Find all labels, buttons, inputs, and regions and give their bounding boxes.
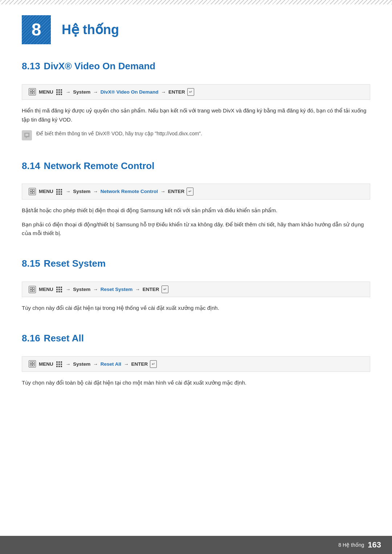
enter-label-8-16: ENTER — [131, 360, 148, 368]
arrow3-8-16: → — [124, 360, 129, 368]
item2-8-15: Reset System — [101, 286, 133, 294]
item2-8-14: Network Remote Control — [101, 188, 158, 196]
svg-rect-6 — [30, 189, 32, 191]
item1-8-16: System — [73, 360, 90, 368]
menu-path-8-14: MENU → System → Network Remote Control →… — [22, 184, 370, 200]
menu-icon-8-16 — [29, 360, 36, 368]
svg-rect-7 — [33, 189, 34, 191]
enter-label-8-13: ENTER — [168, 88, 185, 96]
enter-label-8-14: ENTER — [168, 188, 185, 196]
content-area: 8.13DivX® Video On Demand MENU — [0, 59, 392, 387]
grid-icon-8-14 — [56, 189, 62, 194]
menu-path-8-15: MENU → System → Reset System → ENTER ↵ — [22, 282, 370, 297]
arrow2-8-13: → — [93, 88, 98, 96]
enter-icon-8-14: ↵ — [187, 188, 193, 196]
arrow3-8-13: → — [161, 88, 166, 96]
section-8-16: 8.16Reset All MENU — [22, 331, 370, 387]
enter-icon-8-13: ↵ — [187, 88, 194, 96]
para-8-14-0: Bật/tắt hoặc cho phép thiết bị điện thoạ… — [22, 206, 370, 215]
section-8-15: 8.15Reset System MENU — [22, 256, 370, 313]
svg-rect-9 — [33, 192, 34, 194]
arrow2-8-14: → — [93, 188, 98, 196]
menu-label-8-15: MENU — [39, 286, 53, 294]
enter-label-8-15: ENTER — [143, 286, 159, 294]
svg-rect-14 — [30, 362, 32, 364]
svg-rect-15 — [33, 362, 34, 364]
section-number-8-15: 8.15 — [22, 258, 40, 269]
svg-rect-11 — [33, 287, 34, 289]
svg-rect-3 — [33, 92, 34, 94]
svg-rect-12 — [30, 290, 32, 292]
item1-8-15: System — [73, 286, 90, 294]
arrow2-8-15: → — [93, 286, 98, 294]
arrow2-8-16: → — [93, 360, 98, 368]
section-title-8-15: 8.15Reset System — [22, 256, 370, 274]
section-8-13: 8.13DivX® Video On Demand MENU — [22, 59, 370, 140]
para-8-16-0: Tùy chọn này đổi toàn bộ cài đặt hiện tạ… — [22, 378, 370, 387]
page-footer: 8 Hệ thống 163 — [0, 536, 392, 554]
menu-path-8-16: MENU → System → Reset All → ENTER ↵ — [22, 356, 370, 372]
item1-8-13: System — [73, 88, 90, 96]
menu-label-8-13: MENU — [39, 88, 53, 96]
svg-rect-16 — [30, 364, 32, 366]
svg-rect-2 — [30, 92, 32, 94]
hatch-strip — [0, 0, 392, 4]
menu-path-8-13: MENU → System → DivX® Video On Demand → … — [22, 84, 370, 100]
arrow1-8-16: → — [66, 360, 71, 368]
svg-rect-13 — [33, 290, 34, 292]
enter-icon-8-15: ↵ — [162, 286, 168, 294]
menu-icon-8-14 — [29, 188, 36, 195]
svg-rect-0 — [30, 90, 32, 91]
note-icon-8-13 — [22, 130, 32, 140]
menu-icon-8-13 — [29, 88, 36, 95]
arrow1-8-14: → — [66, 188, 71, 196]
section-number-8-16: 8.16 — [22, 333, 40, 344]
grid-icon-8-15 — [56, 287, 62, 292]
page-header: 8 Hệ thống — [0, 4, 392, 44]
page-title: Hệ thống — [62, 19, 119, 40]
chapter-number: 8 — [32, 16, 41, 44]
svg-rect-10 — [30, 287, 32, 289]
footer-chapter-ref: 8 Hệ thống — [338, 541, 364, 549]
para-8-14-1: Bạn phải có điện thoại di động/thiết bị … — [22, 220, 370, 238]
note-8-13: Để biết thêm thông tin về DivX® VOD, hãy… — [22, 130, 370, 140]
item1-8-14: System — [73, 188, 90, 196]
arrow3-8-15: → — [135, 286, 140, 294]
chapter-box: 8 — [22, 15, 51, 44]
section-title-8-14: 8.14Network Remote Control — [22, 159, 370, 177]
svg-rect-1 — [33, 90, 34, 91]
para-8-15-0: Tùy chọn này đổi cài đặt hiện tại trong … — [22, 304, 370, 313]
para-8-13-0: Hiển thị mã đăng ký được uỷ quyền cho sả… — [22, 106, 370, 124]
grid-icon-8-13 — [56, 89, 62, 95]
svg-rect-17 — [33, 364, 34, 366]
enter-icon-8-16: ↵ — [150, 360, 157, 368]
footer-page-number: 163 — [368, 538, 381, 551]
item2-8-16: Reset All — [101, 360, 121, 368]
menu-label-8-14: MENU — [39, 188, 53, 196]
section-number-8-13: 8.13 — [22, 61, 40, 71]
section-8-14: 8.14Network Remote Control MENU — [22, 159, 370, 238]
item2-8-13: DivX® Video On Demand — [101, 88, 159, 96]
arrow1-8-13: → — [66, 88, 71, 96]
arrow3-8-14: → — [160, 188, 166, 196]
menu-icon-8-15 — [29, 286, 36, 293]
note-text-8-13: Để biết thêm thông tin về DivX® VOD, hãy… — [36, 130, 202, 138]
section-number-8-14: 8.14 — [22, 160, 40, 171]
menu-label-8-16: MENU — [39, 360, 53, 368]
arrow1-8-15: → — [66, 286, 71, 294]
svg-rect-8 — [30, 192, 32, 194]
grid-icon-8-16 — [56, 361, 62, 367]
section-title-8-13: 8.13DivX® Video On Demand — [22, 59, 370, 77]
section-title-8-16: 8.16Reset All — [22, 331, 370, 349]
